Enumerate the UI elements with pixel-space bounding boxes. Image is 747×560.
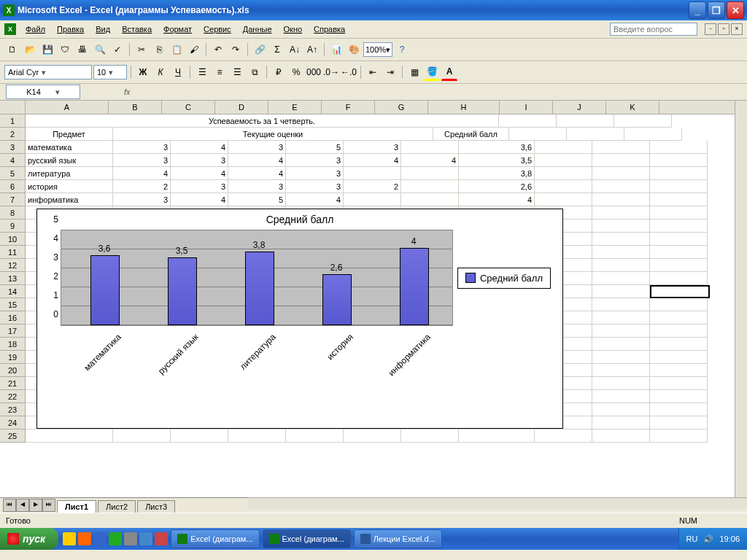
cell[interactable]: 3 (286, 167, 344, 180)
inc-decimal-icon[interactable]: .0→ (323, 64, 339, 80)
cell[interactable]: 3,6 (459, 141, 535, 154)
menu-insert[interactable]: Вставка (116, 23, 158, 35)
cell[interactable] (650, 429, 708, 443)
merge-icon[interactable]: ⧉ (247, 64, 263, 80)
cell[interactable] (535, 429, 592, 443)
cell[interactable]: 4 (401, 154, 459, 167)
cell[interactable]: 3 (171, 154, 228, 167)
cell[interactable] (499, 114, 557, 128)
system-tray[interactable]: RU 🔊 19:06 (678, 528, 747, 550)
mdi-close[interactable]: × (731, 23, 743, 35)
menu-edit[interactable]: Правка (51, 23, 90, 35)
cell[interactable] (592, 338, 650, 351)
column-header[interactable]: A (26, 101, 109, 114)
hyperlink-icon[interactable]: 🔗 (252, 42, 268, 58)
cell[interactable] (650, 390, 708, 403)
cell[interactable] (228, 429, 286, 443)
cell[interactable]: 3 (113, 193, 171, 206)
cell[interactable] (401, 193, 459, 206)
row-header[interactable]: 22 (0, 390, 26, 403)
row-header[interactable]: 2 (0, 128, 26, 141)
zoom-combo[interactable]: 100%▾ (363, 42, 392, 57)
ql-icon-3[interactable] (93, 532, 107, 545)
column-header[interactable]: B (109, 101, 162, 114)
row-header[interactable]: 14 (0, 285, 26, 298)
cell[interactable]: 3 (228, 141, 286, 154)
row-header[interactable]: 21 (0, 377, 26, 390)
font-size-combo[interactable]: 10▾ (93, 65, 127, 79)
cell[interactable] (650, 167, 708, 180)
cell[interactable]: 2 (344, 180, 401, 193)
currency-icon[interactable]: ₽ (271, 64, 287, 80)
cell[interactable]: Текущие оценки (113, 128, 433, 141)
drawing-icon[interactable]: 🎨 (346, 42, 362, 58)
cell[interactable] (535, 167, 592, 180)
worksheet-grid[interactable]: ABCDEFGHIJK 1Успеваемость за 1 четверть.… (0, 101, 747, 497)
cell[interactable] (650, 285, 710, 298)
permission-icon[interactable]: 🛡 (57, 42, 73, 58)
cell[interactable] (535, 141, 592, 154)
cell[interactable] (650, 193, 708, 206)
cell[interactable] (650, 311, 708, 324)
menu-view[interactable]: Вид (90, 23, 116, 35)
cell[interactable] (592, 259, 650, 272)
cell[interactable] (650, 246, 708, 259)
row-header[interactable]: 6 (0, 180, 26, 193)
row-header[interactable]: 16 (0, 311, 26, 324)
row-header[interactable]: 10 (0, 233, 26, 246)
taskbar-item-1[interactable]: Excel (диаграм... (171, 529, 259, 548)
open-icon[interactable]: 📂 (22, 42, 38, 58)
cell[interactable] (592, 311, 650, 324)
help-search-input[interactable] (610, 23, 697, 36)
cell[interactable] (535, 180, 592, 193)
column-header[interactable]: C (162, 101, 215, 114)
save-icon[interactable]: 💾 (39, 42, 55, 58)
cell[interactable] (592, 219, 650, 233)
cell[interactable] (650, 351, 708, 364)
cell[interactable]: Успеваемость за 1 четверть. (26, 114, 499, 128)
ql-icon-6[interactable] (139, 532, 152, 545)
paste-icon[interactable]: 📋 (169, 42, 185, 58)
cell[interactable] (650, 403, 708, 416)
cell[interactable]: 4 (459, 193, 535, 206)
cell[interactable] (650, 219, 708, 233)
tab-next[interactable]: ▶ (29, 499, 42, 512)
percent-icon[interactable]: % (288, 64, 304, 80)
cell[interactable] (650, 272, 708, 285)
cell[interactable] (650, 324, 708, 338)
undo-icon[interactable]: ↶ (210, 42, 226, 58)
row-header[interactable]: 3 (0, 141, 26, 154)
cell[interactable] (557, 114, 614, 128)
cell[interactable] (650, 416, 708, 429)
cell[interactable]: русский язык (26, 154, 113, 167)
cell[interactable] (592, 233, 650, 246)
cell[interactable] (592, 141, 650, 154)
cell[interactable] (592, 206, 650, 219)
cell[interactable] (614, 114, 672, 128)
cell[interactable]: 3,5 (459, 154, 535, 167)
cell[interactable] (650, 233, 708, 246)
fx-label[interactable]: fx (124, 88, 131, 96)
cell[interactable] (344, 167, 401, 180)
print-icon[interactable]: 🖶 (74, 42, 90, 58)
cell[interactable] (113, 429, 171, 443)
autosum-icon[interactable]: Σ (269, 42, 285, 58)
cell[interactable]: 4 (171, 167, 228, 180)
menu-window[interactable]: Окно (278, 23, 309, 35)
cell[interactable] (286, 429, 344, 443)
cell[interactable] (650, 259, 708, 272)
row-header[interactable]: 7 (0, 193, 26, 206)
taskbar-item-3[interactable]: Лекции Excel.d... (354, 529, 442, 548)
spelling-icon[interactable]: ✓ (109, 42, 125, 58)
row-header[interactable]: 17 (0, 324, 26, 338)
menu-format[interactable]: Формат (158, 23, 198, 35)
horizontal-scrollbar[interactable] (248, 497, 747, 510)
help-icon[interactable]: ? (394, 42, 410, 58)
tab-last[interactable]: ⏭ (42, 499, 55, 512)
row-header[interactable]: 1 (0, 114, 26, 128)
cell[interactable] (650, 180, 708, 193)
column-header[interactable]: F (322, 101, 375, 114)
row-header[interactable]: 20 (0, 364, 26, 377)
taskbar-item-2[interactable]: Excel (диаграм... (263, 529, 351, 548)
cell[interactable] (592, 377, 650, 390)
